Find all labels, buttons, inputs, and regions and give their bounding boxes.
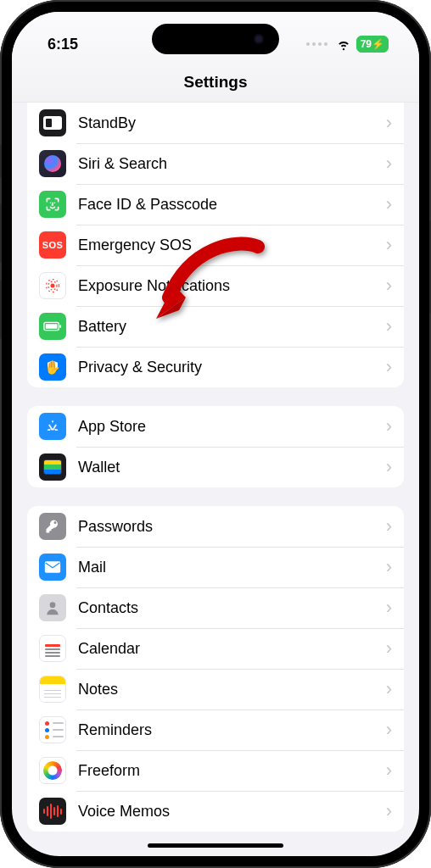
- exposure-icon: [39, 272, 66, 299]
- battery-level: 79: [361, 38, 372, 50]
- voicememos-icon: [39, 798, 66, 825]
- settings-row-privacy[interactable]: ✋ Privacy & Security ›: [27, 347, 404, 387]
- chevron-right-icon: ›: [386, 800, 392, 822]
- row-label: Battery: [78, 318, 386, 336]
- settings-row-battery[interactable]: Battery ›: [27, 306, 404, 347]
- chevron-right-icon: ›: [386, 153, 392, 175]
- freeform-icon: [39, 757, 66, 784]
- svg-rect-4: [46, 324, 58, 329]
- chevron-right-icon: ›: [386, 234, 392, 256]
- calendar-icon: [39, 635, 66, 662]
- settings-group-store: App Store › Wallet ›: [27, 406, 404, 487]
- row-label: Freeform: [78, 762, 386, 780]
- row-label: Face ID & Passcode: [78, 196, 386, 214]
- settings-row-exposure[interactable]: Exposure Notifications ›: [27, 265, 404, 306]
- chevron-right-icon: ›: [386, 556, 392, 578]
- row-label: StandBy: [78, 114, 386, 132]
- row-label: Contacts: [78, 599, 386, 617]
- contacts-icon: [39, 594, 66, 621]
- siri-icon: [39, 150, 66, 177]
- settings-row-reminders[interactable]: Reminders ›: [27, 709, 404, 750]
- chevron-right-icon: ›: [386, 637, 392, 659]
- row-label: Privacy & Security: [78, 359, 386, 376]
- settings-row-notes[interactable]: Notes ›: [27, 669, 404, 709]
- chevron-right-icon: ›: [386, 356, 392, 378]
- wallet-icon: [39, 453, 66, 481]
- battery-icon: [39, 313, 66, 340]
- chevron-right-icon: ›: [386, 719, 392, 741]
- svg-rect-5: [59, 325, 61, 328]
- standby-icon: [39, 109, 66, 136]
- chevron-right-icon: ›: [386, 597, 392, 619]
- wifi-icon: [336, 36, 351, 52]
- row-label: Mail: [78, 559, 386, 576]
- settings-row-siri[interactable]: Siri & Search ›: [27, 143, 404, 184]
- dynamic-island: [152, 24, 279, 54]
- svg-point-8: [50, 602, 56, 608]
- row-label: Calendar: [78, 640, 386, 658]
- row-label: Passwords: [78, 518, 386, 536]
- settings-row-freeform[interactable]: Freeform ›: [27, 750, 404, 791]
- settings-row-standby[interactable]: StandBy ›: [27, 103, 404, 143]
- settings-row-wallet[interactable]: Wallet ›: [27, 447, 404, 487]
- chevron-right-icon: ›: [386, 193, 392, 215]
- settings-row-faceid[interactable]: Face ID & Passcode ›: [27, 184, 404, 225]
- cellular-signal-icon: [306, 42, 327, 46]
- row-label: Emergency SOS: [78, 236, 386, 254]
- row-label: Voice Memos: [78, 803, 386, 821]
- screen: 6:15 79⚡ Settings StandBy ›: [12, 12, 419, 856]
- battery-indicator: 79⚡: [356, 36, 389, 53]
- settings-row-appstore[interactable]: App Store ›: [27, 406, 404, 447]
- svg-rect-7: [45, 561, 60, 572]
- settings-row-passwords[interactable]: Passwords ›: [27, 506, 404, 547]
- faceid-icon: [39, 191, 66, 218]
- settings-group-system: StandBy › Siri & Search › Face ID & Pass…: [27, 103, 404, 387]
- chevron-right-icon: ›: [386, 315, 392, 337]
- row-label: Notes: [78, 681, 386, 698]
- notes-icon: [39, 676, 66, 703]
- chevron-right-icon: ›: [386, 760, 392, 782]
- chevron-right-icon: ›: [386, 112, 392, 134]
- mute-switch: [0, 144, 2, 178]
- chevron-right-icon: ›: [386, 515, 392, 537]
- phone-frame: 6:15 79⚡ Settings StandBy ›: [0, 0, 431, 868]
- chevron-right-icon: ›: [386, 415, 392, 437]
- volume-up-button: [0, 203, 2, 263]
- settings-row-calendar[interactable]: Calendar ›: [27, 628, 404, 669]
- charging-icon: ⚡: [372, 38, 384, 50]
- row-label: Exposure Notifications: [78, 277, 386, 295]
- settings-row-voicememos[interactable]: Voice Memos ›: [27, 791, 404, 832]
- settings-row-contacts[interactable]: Contacts ›: [27, 587, 404, 628]
- volume-down-button: [0, 280, 2, 339]
- chevron-right-icon: ›: [386, 456, 392, 478]
- status-right: 79⚡: [306, 36, 389, 53]
- passwords-icon: [39, 513, 66, 540]
- settings-list[interactable]: StandBy › Siri & Search › Face ID & Pass…: [12, 103, 419, 854]
- privacy-icon: ✋: [39, 353, 66, 381]
- status-time: 6:15: [48, 36, 78, 53]
- settings-row-mail[interactable]: Mail ›: [27, 547, 404, 587]
- settings-row-sos[interactable]: SOS Emergency SOS ›: [27, 225, 404, 265]
- sos-icon: SOS: [39, 231, 66, 259]
- home-indicator[interactable]: [148, 843, 283, 848]
- chevron-right-icon: ›: [386, 275, 392, 297]
- svg-point-0: [51, 284, 55, 288]
- chevron-right-icon: ›: [386, 678, 392, 700]
- row-label: Reminders: [78, 721, 386, 739]
- row-label: App Store: [78, 418, 386, 436]
- settings-group-apps: Passwords › Mail › Contacts ›: [27, 506, 404, 832]
- mail-icon: [39, 554, 66, 581]
- reminders-icon: [39, 716, 66, 743]
- appstore-icon: [39, 413, 66, 440]
- page-title: Settings: [12, 61, 419, 103]
- row-label: Siri & Search: [78, 155, 386, 173]
- row-label: Wallet: [78, 459, 386, 476]
